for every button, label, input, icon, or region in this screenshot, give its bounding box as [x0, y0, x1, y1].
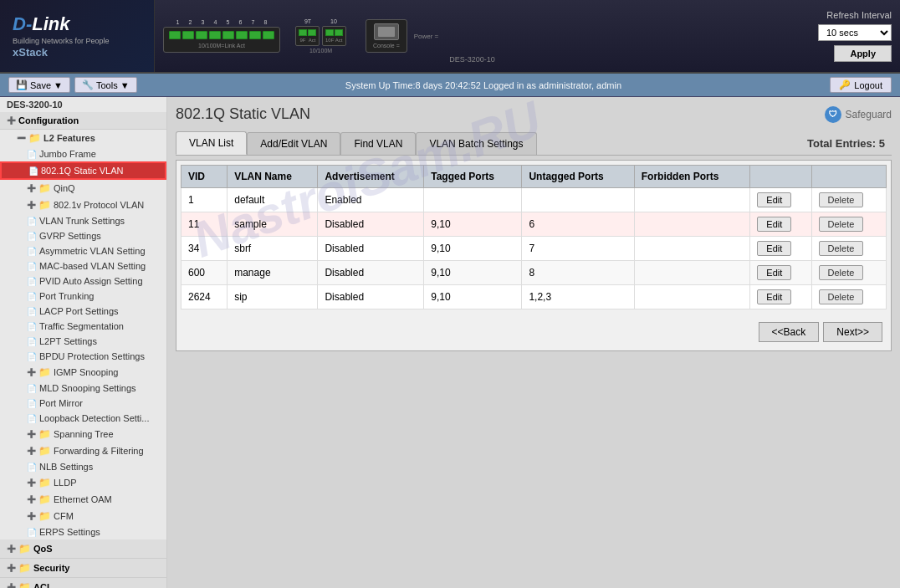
- logout-button[interactable]: 🔑 Logout: [830, 77, 892, 93]
- port-8: [263, 31, 274, 39]
- sidebar-item-port-mirror[interactable]: 📄 Port Mirror: [0, 396, 166, 411]
- col-vlan-name: VLAN Name: [228, 166, 318, 188]
- row-0-delete-button[interactable]: Delete: [819, 192, 864, 207]
- sidebar-item-nlb[interactable]: 📄 NLB Settings: [0, 459, 166, 474]
- forwarding-folder-icon: 📁: [38, 445, 51, 457]
- sidebar-item-ethernet-oam[interactable]: ➕ 📁 Ethernet OAM: [0, 491, 166, 508]
- port-legend: 10/100M=Link Act: [198, 43, 245, 49]
- row-0-col-1: default: [228, 188, 318, 212]
- refresh-label: Refresh Interval: [826, 10, 892, 20]
- sidebar-item-802-1v[interactable]: ➕ 📁 802.1v Protocol VLAN: [0, 197, 166, 213]
- sidebar-item-mld[interactable]: 📄 MLD Snooping Settings: [0, 381, 166, 396]
- row-3-delete-button[interactable]: Delete: [819, 265, 864, 280]
- sidebar-item-forwarding[interactable]: ➕ 📁 Forwarding & Filtering: [0, 442, 166, 459]
- sidebar-item-802-1q-static-vlan[interactable]: 📄 802.1Q Static VLAN: [0, 161, 166, 180]
- sidebar-item-security[interactable]: ➕ 📁 Security: [0, 559, 166, 578]
- row-3-edit-button[interactable]: Edit: [757, 265, 791, 280]
- sidebar-item-lldp[interactable]: ➕ 📁 LLDP: [0, 474, 166, 491]
- sidebar-item-cfm[interactable]: ➕ 📁 CFM: [0, 508, 166, 524]
- sidebar-label-security: Security: [33, 563, 69, 573]
- row-3-delete-cell: Delete: [811, 261, 886, 285]
- table-row: 600manageDisabled9,108EditDelete: [182, 261, 887, 285]
- port-10-act: [335, 29, 343, 36]
- row-1-delete-button[interactable]: Delete: [819, 217, 864, 232]
- refresh-interval-select[interactable]: 10 secs 5 secs 20 secs 30 secs No Refres…: [818, 24, 892, 41]
- safeguard-icon: 🛡: [825, 106, 841, 123]
- next-button[interactable]: Next>>: [823, 322, 882, 342]
- cfm-folder-icon: 📁: [38, 510, 51, 522]
- vlan-doc-icon: 📄: [28, 166, 38, 176]
- right-header: Refresh Interval 10 secs 5 secs 20 secs …: [775, 0, 900, 72]
- sidebar-label-bpdu: BPDU Protection Settings: [39, 351, 145, 361]
- save-button[interactable]: 💾 Save ▼: [8, 77, 70, 93]
- port-trunking-icon: 📄: [27, 292, 37, 301]
- row-2-edit-button[interactable]: Edit: [757, 241, 791, 256]
- logo-tagline: Building Networks for People: [13, 37, 141, 45]
- console-box: Console =: [366, 19, 407, 53]
- apply-button[interactable]: Apply: [834, 45, 892, 62]
- sidebar-label-qos: QoS: [33, 544, 53, 554]
- row-3-edit-cell: Edit: [750, 261, 811, 285]
- sidebar-item-pvid[interactable]: 📄 PVID Auto Assign Setting: [0, 274, 166, 289]
- sidebar-item-igmp[interactable]: ➕ 📁 IGMP Snooping: [0, 364, 166, 381]
- sidebar-item-traffic-seg[interactable]: 📄 Traffic Segmentation: [0, 319, 166, 334]
- sidebar-device-name[interactable]: DES-3200-10: [0, 97, 166, 112]
- igmp-expand-icon: ➕: [27, 368, 36, 376]
- sidebar-item-bpdu[interactable]: 📄 BPDU Protection Settings: [0, 349, 166, 364]
- row-3-col-5: [634, 261, 750, 285]
- loopback-icon: 📄: [27, 414, 37, 423]
- table-row: 2624sipDisabled9,101,2,3EditDelete: [182, 285, 887, 309]
- sidebar-label-eth-oam: Ethernet OAM: [54, 494, 112, 504]
- page-title: 802.1Q Static VLAN: [176, 105, 310, 123]
- eth-oam-folder-icon: 📁: [38, 493, 51, 505]
- tab-add-edit-vlan[interactable]: Add/Edit VLAN: [247, 132, 340, 155]
- row-4-edit-button[interactable]: Edit: [757, 289, 791, 304]
- row-1-edit-button[interactable]: Edit: [757, 217, 791, 232]
- nav-buttons: <<Back Next>>: [181, 318, 887, 346]
- row-2-delete-button[interactable]: Delete: [819, 241, 864, 256]
- 802-1v-folder-icon: 📁: [38, 199, 51, 211]
- sidebar-item-jumbo-frame[interactable]: 📄 Jumbo Frame: [0, 146, 166, 161]
- tab-vlan-list[interactable]: VLAN List: [176, 131, 247, 155]
- sidebar-item-qos[interactable]: ➕ 📁 QoS: [0, 539, 166, 559]
- logout-icon: 🔑: [839, 79, 851, 90]
- sidebar-item-gvrp[interactable]: 📄 GVRP Settings: [0, 228, 166, 243]
- col-edit: [750, 166, 811, 188]
- sidebar-item-vlan-trunk[interactable]: 📄 VLAN Trunk Settings: [0, 213, 166, 228]
- row-4-col-1: sip: [228, 285, 318, 309]
- sidebar-item-lacp[interactable]: 📄 LACP Port Settings: [0, 304, 166, 319]
- row-4-delete-button[interactable]: Delete: [819, 289, 864, 304]
- sidebar-label-lacp: LACP Port Settings: [39, 306, 119, 316]
- sidebar-item-asymmetric-vlan[interactable]: 📄 Asymmetric VLAN Setting: [0, 243, 166, 258]
- l2pt-icon: 📄: [27, 337, 37, 346]
- col-advertisement: Advertisement: [318, 166, 424, 188]
- sidebar-item-spanning-tree[interactable]: ➕ 📁 Spanning Tree: [0, 426, 166, 442]
- tab-vlan-batch-settings[interactable]: VLAN Batch Settings: [416, 132, 536, 155]
- tools-button[interactable]: 🔧 Tools ▼: [74, 77, 137, 93]
- switch-ports-box: 10/100M=Link Act: [163, 27, 280, 53]
- sidebar-item-loopback[interactable]: 📄 Loopback Detection Setti...: [0, 411, 166, 426]
- sidebar-item-acl[interactable]: ➕ 📁 ACL: [0, 578, 166, 588]
- sidebar-item-port-trunking[interactable]: 📄 Port Trunking: [0, 289, 166, 304]
- lacp-icon: 📄: [27, 307, 37, 316]
- back-button[interactable]: <<Back: [759, 322, 820, 342]
- sidebar-item-mac-vlan[interactable]: 📄 MAC-based VLAN Setting: [0, 258, 166, 274]
- logout-label: Logout: [854, 80, 882, 90]
- port-2: [182, 31, 194, 39]
- sidebar-item-erps[interactable]: 📄 ERPS Settings: [0, 524, 166, 539]
- sidebar-item-l2-features[interactable]: ➖ 📁 L2 Features: [0, 130, 166, 146]
- sidebar-item-l2pt[interactable]: 📄 L2PT Settings: [0, 334, 166, 349]
- sidebar-item-qinq[interactable]: ➕ 📁 QinQ: [0, 180, 166, 197]
- row-2-col-5: [634, 237, 750, 261]
- port-1: [169, 31, 181, 39]
- nlb-icon: 📄: [27, 463, 37, 472]
- sidebar-item-configuration[interactable]: ➕ Configuration: [0, 112, 166, 130]
- qinq-folder-icon: 📁: [38, 182, 51, 194]
- row-1-col-0: 11: [182, 212, 228, 237]
- row-0-edit-button[interactable]: Edit: [757, 192, 791, 207]
- spanning-folder-icon: 📁: [38, 428, 51, 440]
- row-4-col-2: Disabled: [318, 285, 424, 309]
- tab-find-vlan[interactable]: Find VLAN: [340, 132, 416, 155]
- safeguard-badge: 🛡 Safeguard: [825, 106, 892, 123]
- row-0-col-4: [522, 188, 634, 212]
